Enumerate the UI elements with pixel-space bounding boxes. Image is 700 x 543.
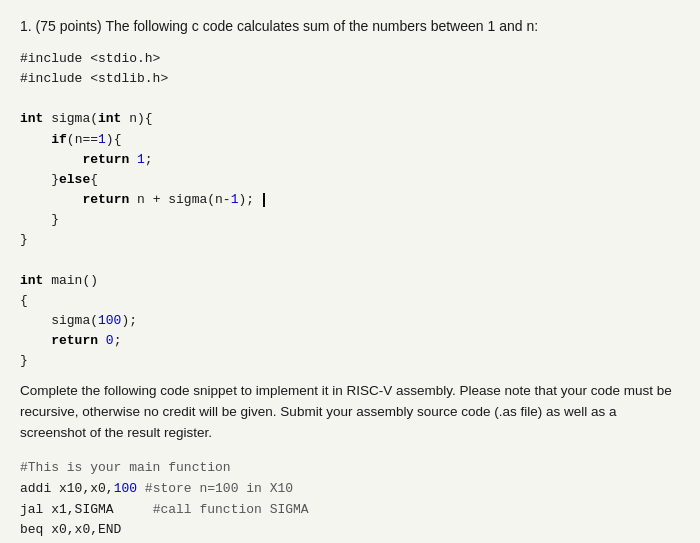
code-line-2: #include <stdlib.h> (20, 69, 680, 89)
code-line-6: return 1; (20, 150, 680, 170)
code-line-9: } (20, 210, 680, 230)
question-header: 1. (75 points) The following c code calc… (20, 16, 680, 37)
code-line-10: } (20, 230, 680, 250)
question-description: The following c code calculates sum of t… (105, 18, 538, 34)
description-text: Complete the following code snippet to i… (20, 381, 680, 444)
code-line-1: #include <stdio.h> (20, 49, 680, 69)
code-line-16: } (20, 351, 680, 371)
asm-code-block: #This is your main function addi x10,x0,… (20, 458, 680, 543)
code-line-13: { (20, 291, 680, 311)
code-line-4: int sigma(int n){ (20, 109, 680, 129)
asm-line-3: jal x1,SIGMA #call function SIGMA (20, 500, 680, 521)
code-line-14: sigma(100); (20, 311, 680, 331)
c-code-block: #include <stdio.h> #include <stdlib.h> i… (20, 49, 680, 371)
code-line-7: }else{ (20, 170, 680, 190)
asm-line-1: #This is your main function (20, 458, 680, 479)
code-line-8: return n + sigma(n-1); (20, 190, 680, 210)
question-container: 1. (75 points) The following c code calc… (20, 16, 680, 543)
asm-line-2: addi x10,x0,100 #store n=100 in X10 (20, 479, 680, 500)
code-line-15: return 0; (20, 331, 680, 351)
code-line-3 (20, 89, 680, 109)
code-line-5: if(n==1){ (20, 130, 680, 150)
asm-line-4: beq x0,x0,END (20, 520, 680, 541)
code-line-11 (20, 250, 680, 270)
code-line-12: int main() (20, 271, 680, 291)
question-number: 1. (20, 18, 32, 34)
question-points: (75 points) (36, 18, 102, 34)
